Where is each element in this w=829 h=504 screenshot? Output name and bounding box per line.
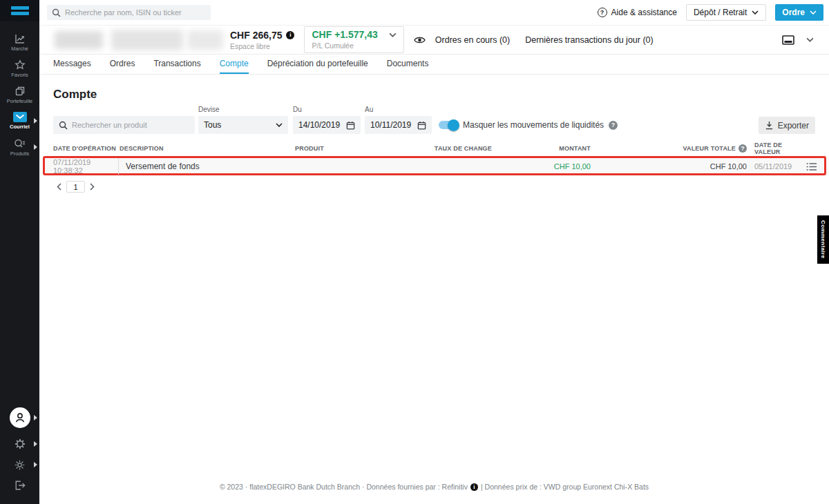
top-bar: ? Aide & assistance Dépôt / Retrait Ordr… xyxy=(39,0,829,25)
calendar-icon xyxy=(346,121,355,130)
export-button[interactable]: Exporter xyxy=(759,117,815,134)
row-date-operation: 07/11/2019 10:38:32 xyxy=(53,158,119,175)
submenu-arrow-icon xyxy=(34,415,37,420)
chevron-down-icon xyxy=(810,10,817,14)
logo-bar xyxy=(11,12,29,15)
col-produit: PRODUIT xyxy=(295,145,433,152)
col-date-de-valeur: DATE DE VALEUR xyxy=(747,142,801,155)
eye-icon[interactable] xyxy=(414,36,426,44)
submenu-arrow-icon xyxy=(34,144,37,150)
chevron-down-icon xyxy=(276,123,283,127)
col-valeur-totale: VALEUR TOTALE xyxy=(683,145,736,152)
row-valeur-totale: CHF 10,00 xyxy=(591,159,747,174)
prev-page-button[interactable] xyxy=(57,183,61,191)
pagination: 1 xyxy=(57,181,829,193)
pl-label: P/L Cumulée xyxy=(312,41,396,50)
row-montant: CHF 10,00 xyxy=(492,159,591,174)
col-montant: MONTANT xyxy=(492,145,591,152)
orders-in-progress-link[interactable]: Ordres en cours (0) xyxy=(435,35,510,45)
last-transactions-link[interactable]: Dernières transactions du jour (0) xyxy=(525,35,654,45)
logo-bar xyxy=(11,6,29,10)
info-icon[interactable]: i xyxy=(470,483,478,491)
product-search[interactable] xyxy=(53,116,195,134)
download-icon xyxy=(765,121,774,130)
tab-compte[interactable]: Compte xyxy=(220,55,249,74)
date-from-value: 14/10/2019 xyxy=(298,120,340,130)
help-assistance-link[interactable]: ? Aide & assistance xyxy=(598,8,677,17)
deposit-withdraw-label: Dépôt / Retrait xyxy=(694,8,747,17)
toggle-label: Masquer les mouvements de liquidités xyxy=(463,120,604,130)
tab-transactions[interactable]: Transactions xyxy=(153,55,200,74)
info-icon[interactable]: i xyxy=(286,31,294,39)
next-page-button[interactable] xyxy=(90,183,95,191)
free-space-metric: CHF 266,75 i Espace libre xyxy=(230,30,294,50)
profile-menu[interactable] xyxy=(0,405,39,430)
current-page-box[interactable]: 1 xyxy=(66,181,85,193)
avatar[interactable] xyxy=(10,407,30,428)
logout-button[interactable] xyxy=(0,475,39,496)
deposit-withdraw-button[interactable]: Dépôt / Retrait xyxy=(686,4,766,21)
page-title: Compte xyxy=(53,88,829,101)
calendar-icon xyxy=(417,121,426,130)
help-icon[interactable]: ? xyxy=(739,144,747,153)
submenu-arrow-icon xyxy=(34,118,37,124)
sidebar-item-courriel[interactable]: Courriel xyxy=(0,108,39,134)
chevron-down-icon xyxy=(752,10,759,14)
date-to-value: 10/11/2019 xyxy=(370,120,411,130)
toggle-knob xyxy=(448,119,459,131)
table-row[interactable]: 07/11/2019 10:38:32 Versement de fonds C… xyxy=(43,156,826,175)
search-icon xyxy=(59,121,68,130)
col-description: DESCRIPTION xyxy=(119,145,295,152)
sidebar-item-marche[interactable]: Marché xyxy=(0,29,39,55)
date-to-input[interactable]: 10/11/2019 xyxy=(365,116,432,134)
footer-text: © 2023 · flatexDEGIRO Bank Dutch Branch … xyxy=(220,483,468,491)
tab-ordres[interactable]: Ordres xyxy=(110,55,135,74)
sidebar-item-label: Portefeuille xyxy=(7,98,33,104)
tab-depreciation[interactable]: Dépréciation du portefeuille xyxy=(267,55,368,74)
row-produit xyxy=(295,159,433,174)
devise-label: Devise xyxy=(198,106,288,113)
tab-documents[interactable]: Documents xyxy=(387,55,429,74)
mail-icon xyxy=(13,112,27,122)
order-button[interactable]: Ordre xyxy=(775,4,823,21)
sidebar-item-produits[interactable]: Produits xyxy=(0,134,39,160)
filters-row: Devise Tous Du 14/10/2019 Au 10/11/2019 xyxy=(39,106,829,134)
display-monitor-icon[interactable] xyxy=(782,35,794,45)
product-search-input[interactable] xyxy=(72,121,189,129)
table-header: DATE D'OPÉRATION DESCRIPTION PRODUIT TAU… xyxy=(39,141,829,156)
sun-icon xyxy=(15,460,25,470)
devise-select[interactable]: Tous xyxy=(198,116,288,134)
date-from-input[interactable]: 14/10/2019 xyxy=(293,116,361,134)
settings-button[interactable] xyxy=(0,434,39,454)
sidebar-item-label: Produits xyxy=(10,151,30,157)
sidebar-item-portefeuille[interactable]: Portefeuille xyxy=(0,81,39,108)
free-space-value: CHF 266,75 xyxy=(230,30,282,41)
chevron-down-icon xyxy=(389,32,397,37)
theme-brightness-button[interactable] xyxy=(0,454,39,475)
free-space-label: Espace libre xyxy=(230,42,294,50)
search-icon xyxy=(52,8,61,17)
footer-text: | Données prix de : VWD group Euronext C… xyxy=(481,483,649,491)
chevron-down-icon[interactable] xyxy=(806,37,814,42)
global-search[interactable] xyxy=(47,5,211,20)
help-label: Aide & assistance xyxy=(611,8,677,17)
col-taux-de-change: TAUX DE CHANGE xyxy=(433,145,492,152)
tab-messages[interactable]: Messages xyxy=(53,55,91,74)
app-logo[interactable] xyxy=(0,0,39,21)
help-icon[interactable]: ? xyxy=(609,121,618,130)
row-description: Versement de fonds xyxy=(119,159,295,174)
submenu-arrow-icon xyxy=(34,441,37,447)
row-taux-de-change xyxy=(433,159,492,174)
sidebar-item-label: Courriel xyxy=(10,124,30,130)
hide-cash-movements-toggle[interactable] xyxy=(439,121,458,129)
pl-cumulative-box[interactable]: CHF +1.577,43 P/L Cumulée xyxy=(304,26,403,53)
comment-side-tab[interactable]: Commentaire xyxy=(817,215,829,264)
row-details-list-icon[interactable] xyxy=(801,159,819,174)
products-search-icon xyxy=(14,138,26,149)
submenu-arrow-icon xyxy=(34,462,37,467)
footer: © 2023 · flatexDEGIRO Bank Dutch Branch … xyxy=(39,483,829,491)
search-input[interactable] xyxy=(65,8,206,17)
sidebar-item-label: Marché xyxy=(11,46,28,52)
tab-bar: Messages Ordres Transactions Compte Dépr… xyxy=(39,55,829,75)
sidebar-item-favoris[interactable]: Favoris xyxy=(0,55,39,81)
